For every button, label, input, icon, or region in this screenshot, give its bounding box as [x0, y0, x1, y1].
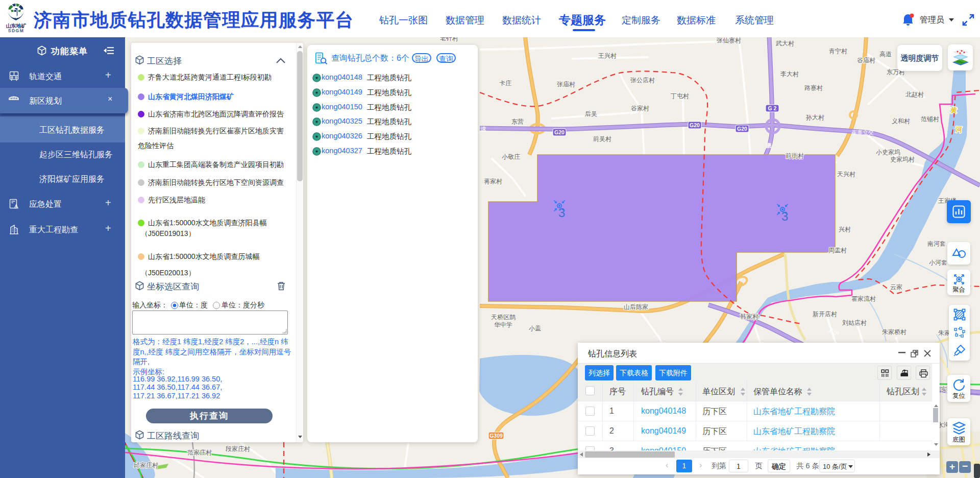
svg-text:路寨村: 路寨村 — [804, 84, 823, 91]
svg-text:G 2: G 2 — [768, 105, 777, 111]
svg-text:小盖: 小盖 — [529, 325, 541, 332]
svg-text:小敬庄: 小敬庄 — [502, 153, 520, 160]
svg-text:天桥区鹊: 天桥区鹊 — [491, 314, 516, 321]
svg-text:前街村: 前街村 — [786, 152, 804, 159]
svg-text:兴村: 兴村 — [839, 226, 851, 233]
svg-text:谷庙村: 谷庙村 — [857, 57, 875, 64]
svg-text:南河套: 南河套 — [927, 240, 946, 247]
svg-text:张公店村: 张公店村 — [630, 77, 655, 84]
svg-text:G20: G20 — [690, 122, 700, 128]
svg-text:3: 3 — [558, 206, 565, 220]
svg-text:卡庄: 卡庄 — [499, 80, 511, 87]
svg-text:崔寨立交: 崔寨立交 — [851, 129, 874, 135]
svg-text:老针村: 老针村 — [440, 37, 458, 42]
svg-text:G20: G20 — [737, 126, 747, 132]
svg-text:新开店村: 新开店村 — [813, 310, 837, 318]
svg-text:义和村: 义和村 — [892, 117, 910, 125]
svg-text:北赵村: 北赵村 — [905, 91, 924, 98]
svg-text:霍家流村: 霍家流村 — [851, 295, 876, 302]
svg-text:蒋家村: 蒋家村 — [484, 178, 502, 185]
svg-text:武大村: 武大村 — [776, 40, 794, 47]
svg-text:孙大村: 孙大村 — [805, 114, 824, 121]
svg-text:韩家村: 韩家村 — [740, 313, 758, 320]
svg-text:张仙寨村: 张仙寨村 — [717, 37, 741, 44]
svg-text:范铺村: 范铺村 — [921, 115, 939, 123]
svg-text:东营: 东营 — [511, 118, 524, 125]
svg-text:高道: 高道 — [879, 51, 892, 58]
svg-text:河: 河 — [955, 126, 962, 133]
svg-text:谷家村: 谷家村 — [631, 105, 649, 112]
svg-text:山后陈家: 山后陈家 — [624, 303, 648, 310]
svg-text:G20: G20 — [554, 129, 565, 135]
svg-text:丁屯村: 丁屯村 — [671, 92, 689, 100]
svg-text:小河套: 小河套 — [929, 259, 947, 266]
svg-text:天兴村: 天兴村 — [837, 171, 855, 178]
svg-text:王兴村: 王兴村 — [598, 52, 617, 59]
svg-text:华中学: 华中学 — [494, 321, 512, 328]
svg-text:小史家坞: 小史家坞 — [876, 149, 900, 156]
svg-text:段家庄村: 段家庄村 — [226, 445, 250, 452]
svg-text:张庙村: 张庙村 — [557, 81, 575, 88]
svg-text:黄: 黄 — [950, 106, 957, 114]
svg-text:李大村: 李大村 — [780, 70, 799, 78]
svg-text:范家庄村: 范家庄村 — [187, 449, 212, 456]
svg-text:后吴: 后吴 — [585, 110, 597, 117]
svg-text:速: 速 — [480, 126, 486, 133]
svg-text:前吴村: 前吴村 — [593, 135, 611, 142]
svg-text:邱家庄村: 邱家庄村 — [133, 462, 158, 469]
svg-text:云家: 云家 — [890, 283, 902, 291]
svg-text:刘姑店村: 刘姑店村 — [842, 319, 867, 326]
svg-text:青宁村: 青宁村 — [829, 47, 847, 55]
svg-text:史家坞村: 史家坞村 — [890, 156, 915, 163]
svg-text:G309: G309 — [489, 433, 503, 439]
svg-text:周盂村: 周盂村 — [828, 247, 847, 254]
svg-text:3: 3 — [781, 209, 788, 223]
svg-text:朱家桥村: 朱家桥村 — [882, 328, 906, 336]
